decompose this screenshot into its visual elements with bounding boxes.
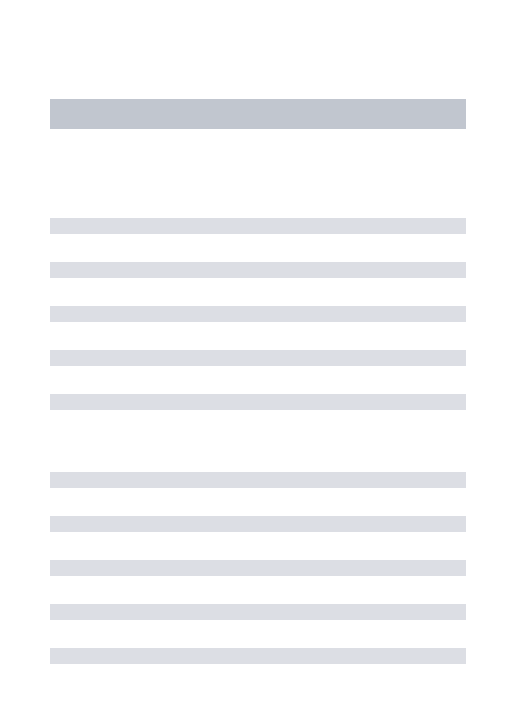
skeleton-line bbox=[50, 516, 466, 532]
skeleton-line bbox=[50, 560, 466, 576]
skeleton-line bbox=[50, 262, 466, 278]
skeleton-document bbox=[50, 0, 466, 664]
skeleton-line bbox=[50, 648, 466, 664]
skeleton-line bbox=[50, 472, 466, 488]
skeleton-line bbox=[50, 218, 466, 234]
skeleton-line bbox=[50, 350, 466, 366]
skeleton-line bbox=[50, 604, 466, 620]
skeleton-line bbox=[50, 394, 466, 410]
skeleton-line bbox=[50, 306, 466, 322]
skeleton-title-bar bbox=[50, 99, 466, 129]
